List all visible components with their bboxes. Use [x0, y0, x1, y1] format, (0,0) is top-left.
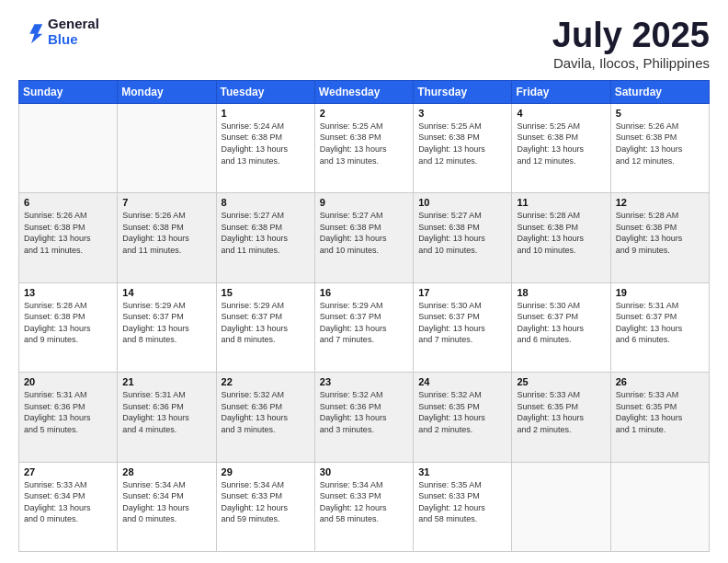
logo-blue: Blue: [48, 32, 99, 48]
day-detail: Sunrise: 5:31 AM Sunset: 6:37 PM Dayligh…: [616, 300, 704, 346]
day-number: 13: [24, 287, 112, 298]
calendar-week-row: 1Sunrise: 5:24 AM Sunset: 6:38 PM Daylig…: [19, 103, 710, 192]
day-detail: Sunrise: 5:28 AM Sunset: 6:38 PM Dayligh…: [24, 300, 112, 346]
day-number: 7: [122, 197, 210, 208]
day-detail: Sunrise: 5:25 AM Sunset: 6:38 PM Dayligh…: [320, 121, 408, 167]
calendar-day-cell: 12Sunrise: 5:28 AM Sunset: 6:38 PM Dayli…: [610, 193, 709, 282]
calendar-week-row: 20Sunrise: 5:31 AM Sunset: 6:36 PM Dayli…: [19, 373, 710, 462]
calendar-day-cell: 24Sunrise: 5:32 AM Sunset: 6:35 PM Dayli…: [414, 373, 512, 462]
day-detail: Sunrise: 5:28 AM Sunset: 6:38 PM Dayligh…: [517, 210, 605, 256]
logo-general: General: [48, 17, 99, 32]
day-number: 21: [122, 376, 210, 387]
day-number: 24: [418, 376, 506, 387]
day-detail: Sunrise: 5:31 AM Sunset: 6:36 PM Dayligh…: [122, 389, 210, 435]
day-detail: Sunrise: 5:26 AM Sunset: 6:38 PM Dayligh…: [616, 121, 704, 167]
day-detail: Sunrise: 5:30 AM Sunset: 6:37 PM Dayligh…: [517, 300, 605, 346]
day-detail: Sunrise: 5:35 AM Sunset: 6:33 PM Dayligh…: [418, 479, 506, 525]
calendar-day-cell: 25Sunrise: 5:33 AM Sunset: 6:35 PM Dayli…: [512, 373, 610, 462]
day-detail: Sunrise: 5:29 AM Sunset: 6:37 PM Dayligh…: [222, 300, 310, 346]
day-number: 6: [24, 197, 112, 208]
page: General Blue July 2025 Davila, Ilocos, P…: [0, 0, 728, 563]
day-number: 26: [616, 376, 704, 387]
day-detail: Sunrise: 5:34 AM Sunset: 6:34 PM Dayligh…: [122, 479, 210, 525]
day-number: 17: [418, 287, 506, 298]
day-detail: Sunrise: 5:29 AM Sunset: 6:37 PM Dayligh…: [122, 300, 210, 346]
logo-icon: [18, 19, 44, 45]
calendar-day-cell: 26Sunrise: 5:33 AM Sunset: 6:35 PM Dayli…: [610, 373, 709, 462]
calendar-day-cell: 18Sunrise: 5:30 AM Sunset: 6:37 PM Dayli…: [512, 282, 610, 372]
calendar-day-cell: 31Sunrise: 5:35 AM Sunset: 6:33 PM Dayli…: [414, 462, 512, 551]
calendar-day-cell: 29Sunrise: 5:34 AM Sunset: 6:33 PM Dayli…: [216, 462, 314, 551]
day-detail: Sunrise: 5:32 AM Sunset: 6:36 PM Dayligh…: [222, 389, 310, 435]
day-number: 20: [24, 376, 112, 387]
logo: General Blue: [18, 17, 99, 47]
day-detail: Sunrise: 5:31 AM Sunset: 6:36 PM Dayligh…: [24, 389, 112, 435]
calendar-day-cell: 8Sunrise: 5:27 AM Sunset: 6:38 PM Daylig…: [216, 193, 314, 282]
calendar-day-cell: 7Sunrise: 5:26 AM Sunset: 6:38 PM Daylig…: [118, 193, 216, 282]
day-number: 19: [616, 287, 704, 298]
day-detail: Sunrise: 5:24 AM Sunset: 6:38 PM Dayligh…: [222, 121, 310, 167]
day-detail: Sunrise: 5:26 AM Sunset: 6:38 PM Dayligh…: [24, 210, 112, 256]
day-number: 31: [418, 466, 506, 477]
title-month: July 2025: [552, 17, 710, 55]
calendar-day-cell: [19, 103, 118, 192]
day-detail: Sunrise: 5:33 AM Sunset: 6:34 PM Dayligh…: [24, 479, 112, 525]
day-number: 9: [320, 197, 408, 208]
day-detail: Sunrise: 5:27 AM Sunset: 6:38 PM Dayligh…: [222, 210, 310, 256]
col-wednesday: Wednesday: [314, 80, 413, 103]
calendar-table: Sunday Monday Tuesday Wednesday Thursday…: [18, 80, 710, 552]
day-detail: Sunrise: 5:33 AM Sunset: 6:35 PM Dayligh…: [616, 389, 704, 435]
calendar-day-cell: 1Sunrise: 5:24 AM Sunset: 6:38 PM Daylig…: [216, 103, 314, 192]
day-number: 28: [122, 466, 210, 477]
col-friday: Friday: [512, 80, 610, 103]
day-detail: Sunrise: 5:34 AM Sunset: 6:33 PM Dayligh…: [320, 479, 408, 525]
day-number: 8: [222, 197, 310, 208]
calendar-day-cell: 22Sunrise: 5:32 AM Sunset: 6:36 PM Dayli…: [216, 373, 314, 462]
calendar-day-cell: 3Sunrise: 5:25 AM Sunset: 6:38 PM Daylig…: [414, 103, 512, 192]
calendar-week-row: 6Sunrise: 5:26 AM Sunset: 6:38 PM Daylig…: [19, 193, 710, 282]
day-number: 1: [222, 108, 310, 119]
day-number: 3: [418, 108, 506, 119]
calendar-day-cell: 20Sunrise: 5:31 AM Sunset: 6:36 PM Dayli…: [19, 373, 118, 462]
col-thursday: Thursday: [414, 80, 512, 103]
header: General Blue July 2025 Davila, Ilocos, P…: [18, 17, 710, 71]
calendar-week-row: 27Sunrise: 5:33 AM Sunset: 6:34 PM Dayli…: [19, 462, 710, 551]
calendar-day-cell: 10Sunrise: 5:27 AM Sunset: 6:38 PM Dayli…: [414, 193, 512, 282]
day-number: 16: [320, 287, 408, 298]
calendar-day-cell: 5Sunrise: 5:26 AM Sunset: 6:38 PM Daylig…: [610, 103, 709, 192]
calendar-header-row: Sunday Monday Tuesday Wednesday Thursday…: [19, 80, 710, 103]
title-location: Davila, Ilocos, Philippines: [552, 55, 710, 71]
day-detail: Sunrise: 5:33 AM Sunset: 6:35 PM Dayligh…: [517, 389, 605, 435]
calendar-day-cell: 14Sunrise: 5:29 AM Sunset: 6:37 PM Dayli…: [118, 282, 216, 372]
calendar-day-cell: 17Sunrise: 5:30 AM Sunset: 6:37 PM Dayli…: [414, 282, 512, 372]
calendar-day-cell: 11Sunrise: 5:28 AM Sunset: 6:38 PM Dayli…: [512, 193, 610, 282]
calendar-day-cell: 16Sunrise: 5:29 AM Sunset: 6:37 PM Dayli…: [314, 282, 413, 372]
col-saturday: Saturday: [610, 80, 709, 103]
svg-marker-0: [29, 24, 42, 43]
col-tuesday: Tuesday: [216, 80, 314, 103]
day-detail: Sunrise: 5:32 AM Sunset: 6:35 PM Dayligh…: [418, 389, 506, 435]
day-number: 18: [517, 287, 605, 298]
col-sunday: Sunday: [19, 80, 118, 103]
day-detail: Sunrise: 5:29 AM Sunset: 6:37 PM Dayligh…: [320, 300, 408, 346]
day-detail: Sunrise: 5:26 AM Sunset: 6:38 PM Dayligh…: [122, 210, 210, 256]
col-monday: Monday: [118, 80, 216, 103]
day-detail: Sunrise: 5:27 AM Sunset: 6:38 PM Dayligh…: [320, 210, 408, 256]
day-number: 11: [517, 197, 605, 208]
day-number: 29: [222, 466, 310, 477]
day-number: 27: [24, 466, 112, 477]
day-number: 15: [222, 287, 310, 298]
day-detail: Sunrise: 5:27 AM Sunset: 6:38 PM Dayligh…: [418, 210, 506, 256]
day-number: 14: [122, 287, 210, 298]
calendar-day-cell: 30Sunrise: 5:34 AM Sunset: 6:33 PM Dayli…: [314, 462, 413, 551]
day-number: 25: [517, 376, 605, 387]
day-detail: Sunrise: 5:32 AM Sunset: 6:36 PM Dayligh…: [320, 389, 408, 435]
day-detail: Sunrise: 5:25 AM Sunset: 6:38 PM Dayligh…: [517, 121, 605, 167]
calendar-day-cell: 19Sunrise: 5:31 AM Sunset: 6:37 PM Dayli…: [610, 282, 709, 372]
day-number: 10: [418, 197, 506, 208]
calendar-day-cell: 9Sunrise: 5:27 AM Sunset: 6:38 PM Daylig…: [314, 193, 413, 282]
logo-text: General Blue: [48, 17, 99, 47]
day-detail: Sunrise: 5:30 AM Sunset: 6:37 PM Dayligh…: [418, 300, 506, 346]
calendar-day-cell: 27Sunrise: 5:33 AM Sunset: 6:34 PM Dayli…: [19, 462, 118, 551]
day-number: 2: [320, 108, 408, 119]
